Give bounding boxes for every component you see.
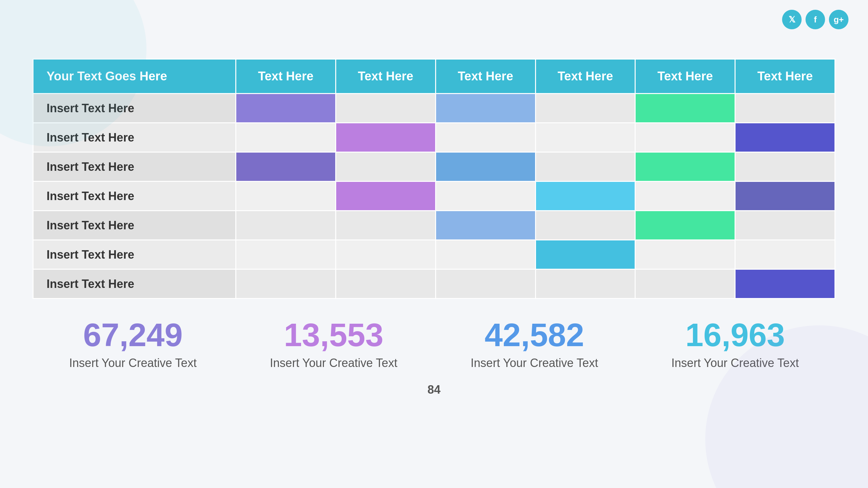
- table-cell-3-1: [336, 182, 435, 211]
- table-cell-5-3: [535, 240, 635, 269]
- table-header-row: Your Text Goes HereText HereText HereTex…: [33, 59, 835, 94]
- stat-number-1: 13,553: [234, 319, 434, 351]
- stat-label-0: Insert Your Creative Text: [33, 356, 234, 370]
- row-label-4: Insert Text Here: [33, 211, 236, 240]
- table-cell-2-0: [236, 152, 336, 182]
- table-cell-2-1: [336, 152, 435, 182]
- table-cell-0-4: [635, 94, 735, 123]
- table-cell-2-4: [635, 152, 735, 182]
- table-cell-3-5: [735, 182, 835, 211]
- table-header-cell-5: Text Here: [635, 59, 735, 94]
- table-header-cell-0: Your Text Goes Here: [33, 59, 236, 94]
- row-label-1: Insert Text Here: [33, 123, 236, 152]
- table-cell-1-5: [735, 123, 835, 152]
- table-row: Insert Text Here: [33, 240, 835, 269]
- table-header-cell-6: Text Here: [735, 59, 835, 94]
- row-label-0: Insert Text Here: [33, 94, 236, 123]
- table-cell-6-2: [435, 269, 535, 299]
- table-cell-1-4: [635, 123, 735, 152]
- table-cell-6-1: [336, 269, 435, 299]
- table-cell-0-0: [236, 94, 336, 123]
- table-cell-3-0: [236, 182, 336, 211]
- facebook-icon[interactable]: f: [806, 10, 825, 29]
- table-cell-5-4: [635, 240, 735, 269]
- table-row: Insert Text Here: [33, 269, 835, 299]
- page-number: 84: [0, 383, 868, 397]
- table-header-cell-2: Text Here: [336, 59, 435, 94]
- table-cell-2-2: [435, 152, 535, 182]
- table-cell-5-2: [435, 240, 535, 269]
- table-cell-6-5: [735, 269, 835, 299]
- table-cell-2-3: [535, 152, 635, 182]
- table-cell-0-1: [336, 94, 435, 123]
- table-cell-3-3: [535, 182, 635, 211]
- table-cell-1-2: [435, 123, 535, 152]
- stat-label-2: Insert Your Creative Text: [434, 356, 635, 370]
- table-row: Insert Text Here: [33, 152, 835, 182]
- table-cell-4-3: [535, 211, 635, 240]
- stat-number-0: 67,249: [33, 319, 234, 351]
- table-cell-6-3: [535, 269, 635, 299]
- table-row: Insert Text Here: [33, 94, 835, 123]
- table-cell-6-0: [236, 269, 336, 299]
- social-icons-group: 𝕏 f g+: [782, 10, 848, 29]
- table-row: Insert Text Here: [33, 123, 835, 152]
- table-cell-1-3: [535, 123, 635, 152]
- table-cell-5-0: [236, 240, 336, 269]
- twitter-icon[interactable]: 𝕏: [782, 10, 802, 29]
- table-cell-0-3: [535, 94, 635, 123]
- table-body: Insert Text HereInsert Text HereInsert T…: [33, 94, 835, 299]
- table-row: Insert Text Here: [33, 182, 835, 211]
- header: 𝕏 f g+: [0, 0, 868, 39]
- table-header-cell-3: Text Here: [435, 59, 535, 94]
- row-label-2: Insert Text Here: [33, 152, 236, 182]
- row-label-6: Insert Text Here: [33, 269, 236, 299]
- stat-label-1: Insert Your Creative Text: [234, 356, 434, 370]
- stat-item-0: 67,249Insert Your Creative Text: [33, 319, 234, 370]
- stat-item-2: 42,582Insert Your Creative Text: [434, 319, 635, 370]
- row-label-5: Insert Text Here: [33, 240, 236, 269]
- table-cell-4-4: [635, 211, 735, 240]
- table-cell-4-0: [236, 211, 336, 240]
- table-cell-1-0: [236, 123, 336, 152]
- stat-number-2: 42,582: [434, 319, 635, 351]
- stat-label-3: Insert Your Creative Text: [634, 356, 835, 370]
- table-header-cell-1: Text Here: [236, 59, 336, 94]
- table-cell-5-1: [336, 240, 435, 269]
- table-cell-3-4: [635, 182, 735, 211]
- table-cell-6-4: [635, 269, 735, 299]
- table-header: Your Text Goes HereText HereText HereTex…: [33, 59, 835, 94]
- infographic-table-container: Your Text Goes HereText HereText HereTex…: [33, 59, 835, 299]
- table-cell-4-2: [435, 211, 535, 240]
- infographic-table: Your Text Goes HereText HereText HereTex…: [33, 59, 835, 299]
- table-cell-4-1: [336, 211, 435, 240]
- table-cell-0-5: [735, 94, 835, 123]
- table-row: Insert Text Here: [33, 211, 835, 240]
- row-label-3: Insert Text Here: [33, 182, 236, 211]
- stat-item-3: 16,963Insert Your Creative Text: [634, 319, 835, 370]
- stats-row: 67,249Insert Your Creative Text13,553Ins…: [33, 319, 835, 370]
- table-header-cell-4: Text Here: [535, 59, 635, 94]
- google-icon[interactable]: g+: [829, 10, 848, 29]
- stat-number-3: 16,963: [634, 319, 835, 351]
- table-cell-4-5: [735, 211, 835, 240]
- table-cell-3-2: [435, 182, 535, 211]
- table-cell-1-1: [336, 123, 435, 152]
- table-cell-2-5: [735, 152, 835, 182]
- table-cell-5-5: [735, 240, 835, 269]
- table-cell-0-2: [435, 94, 535, 123]
- stat-item-1: 13,553Insert Your Creative Text: [234, 319, 434, 370]
